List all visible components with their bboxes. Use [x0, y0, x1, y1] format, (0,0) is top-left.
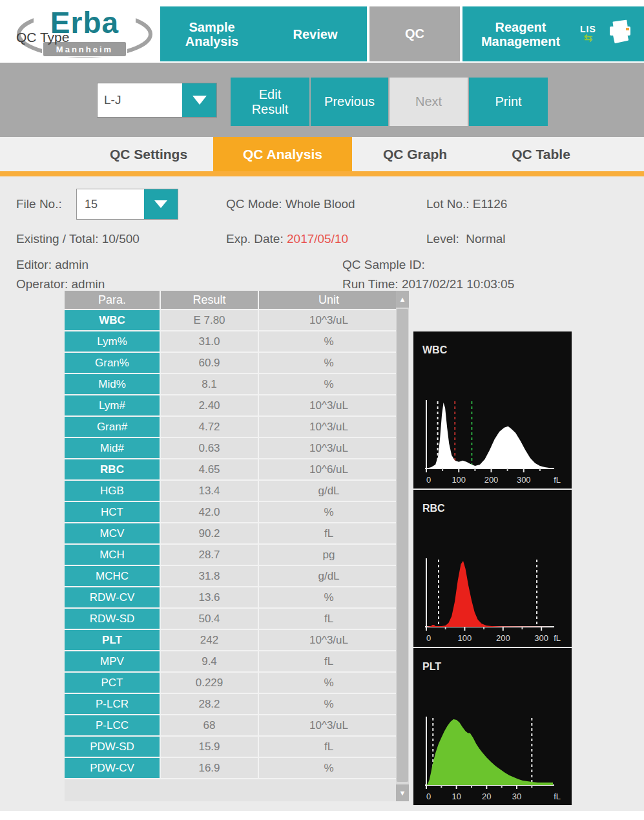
svg-text:30: 30 — [512, 792, 521, 801]
table-row[interactable]: Gran%60.9% — [65, 353, 396, 373]
param-cell: MCHC — [65, 566, 160, 586]
tab-underline — [0, 171, 644, 176]
param-cell: HGB — [65, 481, 160, 501]
table-row[interactable]: RDW-CV13.6% — [65, 587, 396, 607]
param-cell: Mid# — [65, 438, 160, 458]
param-cell: Mid% — [65, 374, 160, 394]
qc-type-dropdown[interactable]: L-J — [97, 83, 217, 118]
file-no-dropdown[interactable]: 15 — [76, 189, 178, 220]
table-row[interactable]: Lym#2.4010^3/uL — [65, 395, 396, 415]
print-button[interactable]: Print — [469, 78, 548, 126]
table-row[interactable]: PLT24210^3/uL — [65, 630, 396, 650]
table-row[interactable]: Mid%8.1% — [65, 374, 396, 394]
table-row[interactable]: MCHC31.8g/dL — [65, 566, 396, 586]
result-cell: 0.63 — [161, 438, 258, 458]
file-no-label: File No.: — [16, 197, 62, 211]
edit-result-button[interactable]: Edit Result — [231, 78, 309, 126]
unit-cell: % — [259, 758, 399, 778]
tab-qc-table[interactable]: QC Table — [488, 137, 594, 171]
file-no-dropdown-arrow[interactable] — [144, 189, 178, 219]
unit-cell: fL — [259, 523, 399, 543]
scroll-up-button[interactable]: ▲ — [396, 291, 409, 308]
table-row[interactable]: Gran#4.7210^3/uL — [65, 417, 396, 437]
svg-text:10: 10 — [452, 792, 461, 801]
column-header-unit: Unit — [259, 291, 399, 309]
table-row[interactable]: PCT0.229% — [65, 673, 396, 693]
table-row[interactable]: RDW-SD50.4fL — [65, 609, 396, 629]
plt-histogram: PLT0102030fL — [413, 648, 572, 805]
run-time-label: Run Time: — [342, 277, 399, 291]
chevron-down-icon — [192, 96, 207, 105]
nav-reagent-management[interactable]: Reagent Management — [469, 20, 572, 48]
param-cell: PLT — [65, 630, 160, 650]
tab-qc-table-label: QC Table — [512, 147, 570, 162]
table-row[interactable]: Lym%31.0% — [65, 331, 396, 352]
table-row[interactable]: MCH28.7pg — [65, 545, 396, 565]
tab-qc-analysis-label: QC Analysis — [243, 147, 322, 162]
nav-reagent-management-label: Reagent Management — [472, 20, 569, 48]
lot-no: Lot No.: E1126 — [426, 197, 507, 211]
param-cell: PCT — [65, 673, 160, 693]
qc-mode-label: QC Mode: — [226, 197, 282, 211]
result-cell: 31.0 — [161, 331, 258, 352]
level-value: Normal — [466, 232, 505, 246]
table-row[interactable]: MPV9.4fL — [65, 651, 396, 671]
result-cell: 0.229 — [161, 673, 258, 693]
result-cell: 28.7 — [161, 545, 258, 565]
editor-value: admin — [55, 258, 88, 271]
nav-review[interactable]: Review — [264, 27, 367, 41]
table-row[interactable]: PDW-CV16.9% — [65, 758, 396, 778]
table-row[interactable]: HGB13.4g/dL — [65, 481, 396, 501]
table-row[interactable]: P-LCC6810^3/uL — [65, 715, 396, 735]
result-cell: 4.72 — [161, 417, 258, 437]
svg-text:0: 0 — [426, 633, 431, 643]
param-cell: MCV — [65, 523, 160, 543]
tab-qc-analysis[interactable]: QC Analysis — [213, 137, 352, 171]
print-label: Print — [495, 94, 521, 109]
table-row[interactable]: P-LCR28.2% — [65, 694, 396, 714]
unit-cell: 10^3/uL — [259, 438, 399, 458]
unit-cell: % — [259, 353, 399, 373]
chevron-down-icon — [154, 200, 167, 208]
svg-text:300: 300 — [517, 475, 531, 485]
edit-result-label: Edit Result — [244, 87, 296, 117]
exp-date-label: Exp. Date: — [226, 232, 284, 246]
histogram-title: WBC — [422, 344, 448, 355]
main-panel: File No.: 15 QC Mode: Whole Blood Lot No… — [0, 176, 644, 811]
tab-qc-graph[interactable]: QC Graph — [362, 137, 468, 171]
scrollbar-thumb[interactable] — [397, 309, 408, 782]
table-row[interactable]: PDW-SD15.9fL — [65, 737, 396, 757]
param-cell: Lym# — [65, 395, 160, 415]
print-icon[interactable] — [607, 19, 634, 50]
nav-sample-analysis[interactable]: Sample Analysis — [160, 20, 264, 48]
previous-button[interactable]: Previous — [311, 78, 388, 126]
unit-cell: % — [259, 502, 399, 522]
lis-status-icon[interactable]: LIS ⇆ — [580, 25, 596, 43]
histogram-curve — [426, 561, 553, 627]
nav-qc[interactable]: QC — [369, 6, 460, 61]
toolbar: QC Type L-J Edit Result Previous Next Pr… — [0, 63, 644, 137]
table-row[interactable]: RBC4.6510^6/uL — [65, 459, 396, 479]
svg-text:200: 200 — [484, 475, 499, 485]
scroll-down-button[interactable]: ▼ — [396, 784, 409, 801]
table-scrollbar[interactable]: ▲ ▼ — [396, 291, 409, 801]
table-row[interactable]: Mid#0.6310^3/uL — [65, 438, 396, 458]
table-row[interactable]: WBCE 7.8010^3/uL — [65, 310, 396, 330]
histogram-title: PLT — [422, 661, 441, 672]
result-cell: 60.9 — [161, 353, 258, 373]
param-cell: MCH — [65, 545, 160, 565]
table-row[interactable]: MCV90.2fL — [65, 523, 396, 543]
svg-text:100: 100 — [452, 475, 466, 485]
table-empty-footer — [65, 779, 396, 801]
next-button[interactable]: Next — [390, 78, 468, 126]
unit-cell: 10^3/uL — [259, 395, 399, 415]
param-cell: HCT — [65, 502, 160, 522]
unit-cell: % — [259, 587, 399, 607]
svg-text:fL: fL — [554, 475, 561, 485]
tab-qc-settings[interactable]: QC Settings — [84, 137, 213, 171]
qc-mode: QC Mode: Whole Blood — [226, 197, 355, 211]
column-header-result: Result — [161, 291, 258, 309]
table-row[interactable]: HCT42.0% — [65, 502, 396, 522]
qc-type-dropdown-arrow[interactable] — [182, 83, 216, 117]
file-no-value: 15 — [77, 189, 144, 219]
